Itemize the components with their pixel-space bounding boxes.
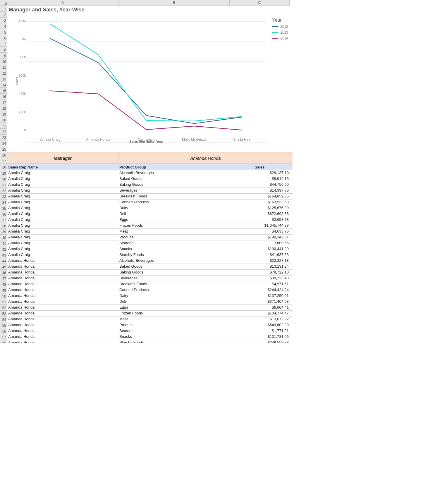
cell-sales-rep-name[interactable]: Amanda Honda (7, 305, 118, 310)
cell-sales[interactable]: $29,137.10 (230, 170, 290, 176)
row-header-42[interactable]: 42 (0, 246, 7, 252)
row-header-36[interactable]: 36 (0, 211, 7, 217)
row-header-14[interactable]: 14 (0, 82, 7, 88)
table-row[interactable]: Amalia CraigEggs$3,658.78 (7, 217, 293, 223)
legend-item-2013[interactable]: 2013 (272, 30, 288, 35)
table-row[interactable]: Amalia CraigDeli$672,693.56 (7, 211, 293, 217)
row-header-10[interactable]: 10 (0, 59, 7, 64)
cell-product-group[interactable]: Starchy Foods (118, 252, 230, 258)
table-row[interactable]: Amalia CraigStarchy Foods$41,637.53 (7, 252, 293, 258)
table-row[interactable]: Amanda HondaProduce$549,602.39 (7, 322, 293, 328)
table-row[interactable]: Amalia CraigMeat$4,633.76 (7, 229, 293, 235)
table-row[interactable]: Amanda HondaDeli$371,404.68 (7, 299, 293, 305)
table-row[interactable]: Amalia CraigBaked Goods$8,914.15 (7, 176, 293, 182)
row-header-25[interactable]: 25 (0, 146, 7, 152)
cell-sales-rep-name[interactable]: Amalia Craig (7, 246, 118, 252)
cell-sales-rep-name[interactable]: Amalia Craig (7, 194, 118, 199)
chart-plot-area[interactable]: Sales 0200k400k600k800k1M1.2M Amalia Cra… (26, 16, 266, 142)
table-row[interactable]: Amanda HondaSeafood$1,771.91 (7, 328, 293, 334)
row-header-9[interactable]: 9 (0, 53, 7, 59)
cell-product-group[interactable]: Produce (118, 322, 230, 328)
cell-sales-rep-name[interactable]: Amanda Honda (7, 316, 118, 322)
cell-product-group[interactable]: Canned Products (118, 199, 230, 205)
cell-sales[interactable]: $8,914.15 (230, 176, 290, 182)
table-row[interactable]: Amanda HondaMeat$13,072.92 (7, 316, 293, 322)
row-header-6[interactable]: 6 (0, 35, 7, 41)
table-row[interactable]: Amanda HondaDairy$137,250.01 (7, 293, 293, 299)
table-row[interactable]: Amanda HondaAlcoholic Beverages$22,327.1… (7, 258, 293, 264)
cell-product-group[interactable]: Produce (118, 235, 230, 240)
cell-product-group[interactable]: Snacks (118, 334, 230, 340)
cell-sales[interactable]: $244,424.24 (230, 287, 290, 293)
row-header-12[interactable]: 12 (0, 70, 7, 76)
col-sales-rep-name[interactable]: Sales Rep Name (7, 164, 118, 170)
cell-sales-rep-name[interactable]: Amanda Honda (7, 281, 118, 287)
cell-sales-rep-name[interactable]: Amanda Honda (7, 287, 118, 293)
row-header-52[interactable]: 52 (0, 305, 7, 311)
cell-sales[interactable]: $4,633.76 (230, 229, 290, 234)
cell-product-group[interactable]: Alcoholic Beverages (118, 170, 230, 176)
cell-product-group[interactable]: Eggs (118, 305, 230, 310)
manager-value-cell[interactable]: Amanda Honda (118, 152, 293, 164)
cell-sales-rep-name[interactable]: Amalia Craig (7, 211, 118, 217)
table-row[interactable]: Amalia CraigAlcoholic Beverages$29,137.1… (7, 170, 293, 176)
series-2014[interactable] (50, 91, 242, 130)
row-header-2[interactable]: 2 (0, 12, 7, 18)
row-header-40[interactable]: 40 (0, 235, 7, 240)
table-row[interactable]: Amalia CraigBaking Goods$44,756.00 (7, 182, 293, 188)
row-header-49[interactable]: 49 (0, 287, 7, 293)
cell-product-group[interactable]: Snacks (118, 246, 230, 252)
row-header-31[interactable]: 31 (0, 182, 7, 188)
cell-sales-rep-name[interactable]: Amalia Craig (7, 252, 118, 258)
select-all-corner[interactable] (0, 0, 7, 6)
cell-sales-rep-name[interactable]: Amalia Craig (7, 229, 118, 234)
row-header-26[interactable]: 26 (0, 152, 7, 158)
cell-sales[interactable]: $4,971.51 (230, 281, 290, 287)
table-row[interactable]: Amanda HondaBaking Goods$78,722.10 (7, 270, 293, 276)
column-header-c[interactable]: C (230, 0, 290, 6)
cell-product-group[interactable]: Canned Products (118, 287, 230, 293)
row-header-22[interactable]: 22 (0, 129, 7, 135)
row-header-34[interactable]: 34 (0, 199, 7, 205)
cell-sales-rep-name[interactable]: Amanda Honda (7, 270, 118, 275)
row-header-56[interactable]: 56 (0, 328, 7, 334)
cell-sales[interactable]: $672,693.56 (230, 211, 290, 217)
row-header-11[interactable]: 11 (0, 64, 7, 70)
row-header-21[interactable]: 21 (0, 123, 7, 129)
col-sales[interactable]: Sales (230, 164, 290, 170)
table-row[interactable]: Amalia CraigProduce$199,342.31 (7, 235, 293, 240)
row-header-5[interactable]: 5 (0, 29, 7, 35)
cell-sales[interactable]: $371,404.68 (230, 299, 290, 305)
cell-sales[interactable]: $13,072.92 (230, 316, 290, 322)
cell-product-group[interactable]: Breakfast Foods (118, 281, 230, 287)
cell-product-group[interactable]: Meat (118, 316, 230, 322)
row-header-1[interactable]: 1 (0, 6, 7, 12)
series-2012[interactable] (50, 39, 242, 124)
table-row[interactable]: Amanda HondaFrozen Foods$104,774.47 (7, 311, 293, 316)
row-header-24[interactable]: 24 (0, 140, 7, 146)
row-header-8[interactable]: 8 (0, 47, 7, 53)
cell-sales-rep-name[interactable]: Amalia Craig (7, 235, 118, 240)
row-header-48[interactable]: 48 (0, 281, 7, 287)
row-header-3[interactable]: 3 (0, 18, 7, 23)
row-header-30[interactable]: 30 (0, 176, 7, 182)
row-header-39[interactable]: 39 (0, 229, 7, 235)
table-row[interactable]: Amalia CraigSnacks$190,441.29 (7, 246, 293, 252)
cell-sales[interactable]: $248,559.78 (230, 340, 290, 343)
row-header-41[interactable]: 41 (0, 240, 7, 246)
table-row[interactable]: Amalia CraigFrozen Foods$1,045,744.83 (7, 223, 293, 229)
cell-product-group[interactable]: Beverages (118, 276, 230, 281)
table-row[interactable]: Amalia CraigBreakfast Foods$164,859.66 (7, 194, 293, 199)
cell-sales-rep-name[interactable]: Amalia Craig (7, 170, 118, 176)
cell-product-group[interactable]: Seafood (118, 240, 230, 246)
table-row[interactable]: Amalia CraigDairy$125,676.99 (7, 205, 293, 211)
cell-product-group[interactable]: Baking Goods (118, 270, 230, 275)
cell-sales-rep-name[interactable]: Amalia Craig (7, 176, 118, 182)
cell-sales[interactable]: $137,250.01 (230, 293, 290, 299)
row-header-46[interactable]: 46 (0, 270, 7, 276)
cell-product-group[interactable]: Baked Goods (118, 264, 230, 269)
row-header-7[interactable]: 7 (0, 41, 7, 47)
row-header-29[interactable]: 29 (0, 170, 7, 176)
cell-sales[interactable]: $549,602.39 (230, 322, 290, 328)
row-header-38[interactable]: 38 (0, 223, 7, 229)
